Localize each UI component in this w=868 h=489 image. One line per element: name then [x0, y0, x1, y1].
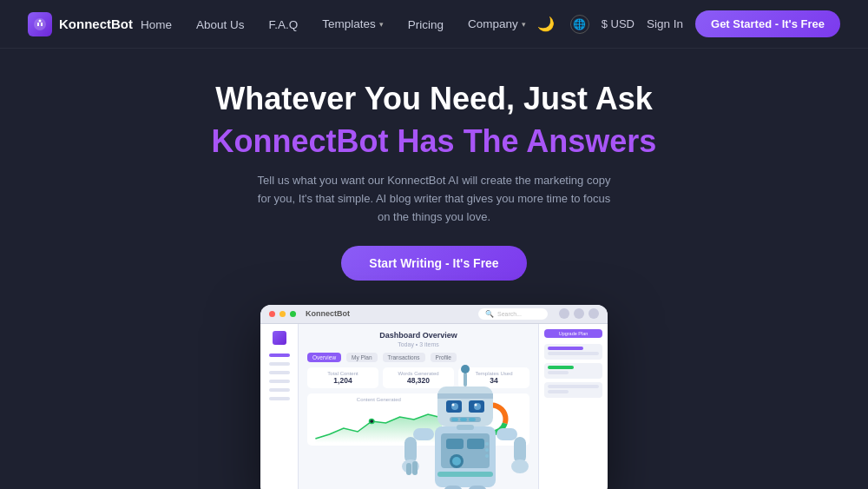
signin-link[interactable]: Sign In	[647, 17, 683, 30]
logo-icon	[28, 12, 52, 36]
right-panel-stat-1	[548, 347, 583, 350]
svg-point-14	[452, 457, 461, 466]
nav-links: Home About Us F.A.Q Templates ▾ Pricing …	[141, 17, 526, 32]
right-panel-stat-3	[548, 366, 574, 369]
sidebar-nav-item-5	[269, 388, 290, 392]
stat-value-1: 1,204	[312, 376, 373, 385]
navbar: KonnectBot Home About Us F.A.Q Templates…	[0, 0, 868, 49]
svg-rect-16	[437, 393, 493, 399]
tab-myplan[interactable]: My Plan	[346, 353, 377, 362]
sidebar-nav-item-4	[269, 380, 290, 383]
svg-point-3	[370, 419, 374, 423]
hero-cta-button[interactable]: Start Writing - It's Free	[341, 246, 526, 281]
right-panel-stat-5	[548, 385, 599, 388]
nav-pricing[interactable]: Pricing	[408, 17, 444, 32]
right-panel-stat-4	[548, 371, 569, 374]
sidebar-nav-item-3	[269, 371, 290, 374]
search-placeholder: Search...	[497, 311, 522, 317]
window-close-dot	[269, 311, 275, 317]
dashboard-heading: Dashboard Overview	[307, 331, 529, 340]
theme-toggle-button[interactable]: 🌙	[534, 12, 558, 36]
svg-point-37	[511, 459, 529, 473]
hero-section: Whatever You Need, Just Ask KonnectBot H…	[0, 49, 868, 489]
window-title: KonnectBot	[306, 309, 350, 318]
right-panel-card-2	[544, 363, 602, 379]
svg-rect-10	[441, 433, 490, 468]
svg-point-21	[452, 403, 455, 406]
svg-point-44	[485, 448, 489, 452]
language-selector[interactable]: 🌐	[570, 15, 589, 34]
svg-rect-11	[446, 439, 464, 449]
window-icon-1	[559, 308, 569, 319]
svg-rect-27	[460, 418, 467, 421]
sidebar-nav-item-2	[269, 362, 290, 366]
sidebar-nav-item-6	[269, 397, 290, 400]
right-panel-stat-2	[548, 352, 599, 355]
hero-subtitle: KonnectBot Has The Answers	[212, 122, 657, 160]
svg-rect-30	[413, 428, 434, 440]
svg-rect-31	[404, 437, 417, 463]
svg-rect-33	[406, 463, 411, 475]
right-panel-card-1	[544, 344, 602, 360]
svg-rect-42	[437, 472, 493, 477]
nav-faq[interactable]: F.A.Q	[268, 17, 298, 32]
dashboard-preview: KonnectBot 🔍 Search...	[260, 305, 608, 489]
company-dropdown-arrow: ▾	[522, 20, 526, 29]
brand-name: KonnectBot	[59, 17, 133, 31]
navbar-right: 🌙 🌐 $ USD Sign In Get Started - It's Fre…	[534, 10, 840, 37]
nav-home[interactable]: Home	[141, 17, 172, 32]
stat-card-1: Total Content 1,204	[307, 367, 378, 388]
window-maximize-dot	[290, 311, 296, 317]
currency-selector[interactable]: $ USD	[602, 17, 635, 30]
svg-rect-34	[412, 461, 418, 475]
logo[interactable]: KonnectBot	[28, 12, 133, 36]
nav-about[interactable]: About Us	[196, 17, 245, 32]
svg-rect-23	[464, 373, 467, 387]
window-action-icons	[559, 308, 599, 319]
window-minimize-dot	[279, 311, 286, 317]
right-panel-card-3	[544, 382, 602, 398]
tab-overview[interactable]: Overview	[307, 353, 341, 362]
window-search[interactable]: 🔍 Search...	[478, 308, 548, 320]
svg-rect-35	[496, 428, 517, 440]
nav-company[interactable]: Company ▾	[468, 17, 526, 30]
hero-description: Tell us what you want our KonnectBot AI …	[252, 172, 616, 226]
search-icon: 🔍	[485, 310, 494, 318]
nav-templates[interactable]: Templates ▾	[322, 17, 384, 30]
svg-rect-12	[467, 439, 484, 449]
sidebar-logo	[273, 331, 286, 345]
right-panel: Upgrade Plan	[538, 324, 608, 489]
sidebar-nav-item-1	[269, 354, 290, 357]
svg-rect-36	[514, 437, 526, 463]
robot-illustration	[387, 357, 543, 489]
hero-title: Whatever You Need, Just Ask	[215, 80, 653, 117]
navbar-cta-button[interactable]: Get Started - It's Free	[695, 10, 840, 37]
sidebar-mini	[260, 324, 299, 489]
robot-svg	[387, 357, 543, 489]
svg-rect-26	[451, 418, 458, 421]
window-titlebar: KonnectBot 🔍 Search...	[260, 305, 608, 324]
window-icon-2	[574, 308, 584, 319]
right-panel-stat-6	[548, 390, 569, 393]
svg-point-24	[461, 365, 470, 373]
upgrade-btn[interactable]: Upgrade Plan	[544, 329, 602, 338]
svg-point-43	[485, 442, 489, 446]
svg-point-22	[475, 403, 477, 406]
svg-rect-28	[469, 418, 476, 421]
svg-point-1	[39, 19, 42, 22]
svg-point-45	[485, 454, 489, 458]
window-icon-3	[589, 308, 599, 319]
templates-dropdown-arrow: ▾	[379, 20, 384, 29]
dashboard-subheading: Today • 3 items	[307, 341, 529, 347]
svg-rect-29	[457, 425, 474, 430]
